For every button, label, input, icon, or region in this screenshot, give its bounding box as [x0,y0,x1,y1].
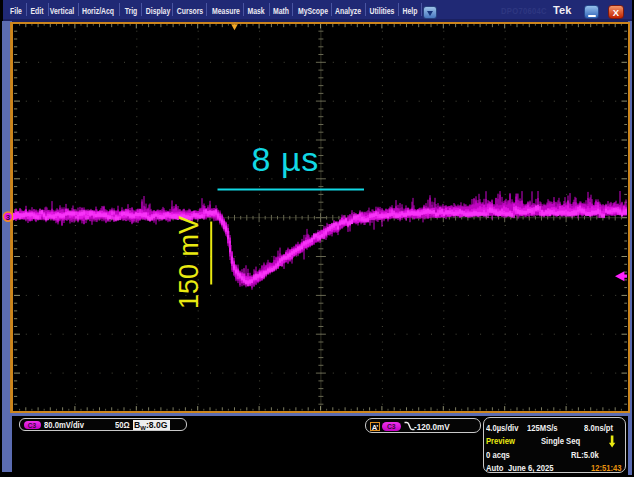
svg-text:3: 3 [6,213,11,222]
svg-text:150 mV: 150 mV [173,216,203,309]
svg-text:8 µs: 8 µs [251,140,318,178]
